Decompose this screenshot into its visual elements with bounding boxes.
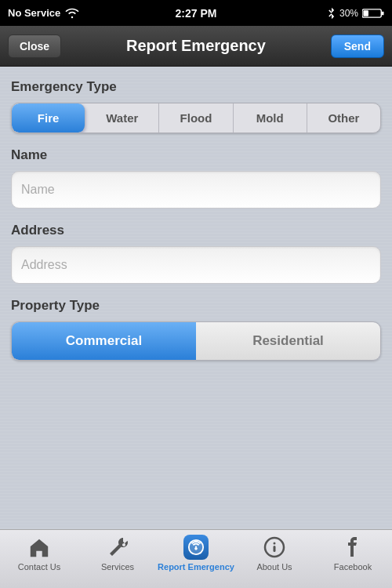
svg-point-9 <box>274 543 276 545</box>
address-section: Address <box>11 223 381 284</box>
property-type-segment: Commercial Residential <box>11 321 381 361</box>
tab-services[interactable]: Services <box>78 535 157 572</box>
svg-rect-10 <box>274 546 276 552</box>
svg-line-0 <box>329 10 332 13</box>
nav-title: Report Emergency <box>126 37 266 55</box>
emergency-water-btn[interactable]: Water <box>85 103 159 132</box>
name-input[interactable] <box>11 171 381 209</box>
emergency-type-label: Emergency Type <box>11 79 381 95</box>
address-label: Address <box>11 223 381 238</box>
emergency-flood-btn[interactable]: Flood <box>159 103 233 132</box>
main-content: Emergency Type Fire Water Flood Mold Oth… <box>0 67 392 529</box>
svg-rect-7 <box>195 546 197 548</box>
tab-report-emergency-label: Report Emergency <box>158 562 234 572</box>
emergency-other-btn[interactable]: Other <box>307 103 380 132</box>
svg-rect-3 <box>382 11 384 15</box>
emergency-fire-btn[interactable]: Fire <box>12 103 85 132</box>
emergency-mold-btn[interactable]: Mold <box>234 103 307 132</box>
tab-facebook-label: Facebook <box>334 562 372 572</box>
tab-contact-us-label: Contact Us <box>18 562 60 572</box>
carrier-text: No Service <box>8 7 60 19</box>
send-button[interactable]: Send <box>331 34 384 58</box>
tab-bar: Contact Us Services Report Emergency <box>0 529 392 588</box>
emergency-type-section: Emergency Type Fire Water Flood Mold Oth… <box>11 79 381 133</box>
home-icon <box>27 535 52 560</box>
wrench-icon <box>105 535 130 560</box>
property-type-section: Property Type Commercial Residential <box>11 298 381 361</box>
wifi-icon <box>65 8 79 19</box>
battery-text: 30% <box>339 8 358 19</box>
close-button[interactable]: Close <box>8 34 61 58</box>
svg-rect-4 <box>363 10 368 16</box>
name-section: Name <box>11 147 381 209</box>
tab-report-emergency[interactable]: Report Emergency <box>157 535 235 572</box>
tab-facebook[interactable]: Facebook <box>314 535 392 572</box>
facebook-icon <box>340 535 365 560</box>
tab-about-us-label: About Us <box>256 562 292 572</box>
status-left: No Service <box>8 7 79 19</box>
status-bar: No Service 2:27 PM 30% <box>0 0 392 26</box>
battery-icon <box>362 8 384 19</box>
property-commercial-btn[interactable]: Commercial <box>12 322 196 360</box>
name-label: Name <box>11 147 381 163</box>
svg-line-1 <box>329 13 332 16</box>
emergency-type-segment: Fire Water Flood Mold Other <box>11 103 381 133</box>
property-type-label: Property Type <box>11 298 381 314</box>
status-right: 30% <box>328 7 384 20</box>
tab-contact-us[interactable]: Contact Us <box>0 535 78 572</box>
property-residential-btn[interactable]: Residential <box>196 322 380 360</box>
alert-icon <box>183 535 209 560</box>
nav-bar: Close Report Emergency Send <box>0 26 392 67</box>
tab-about-us[interactable]: About Us <box>235 535 314 572</box>
info-icon <box>262 535 287 560</box>
bluetooth-icon <box>328 7 336 20</box>
tab-services-label: Services <box>101 562 134 572</box>
address-input[interactable] <box>11 246 381 284</box>
time-display: 2:27 PM <box>176 7 217 20</box>
